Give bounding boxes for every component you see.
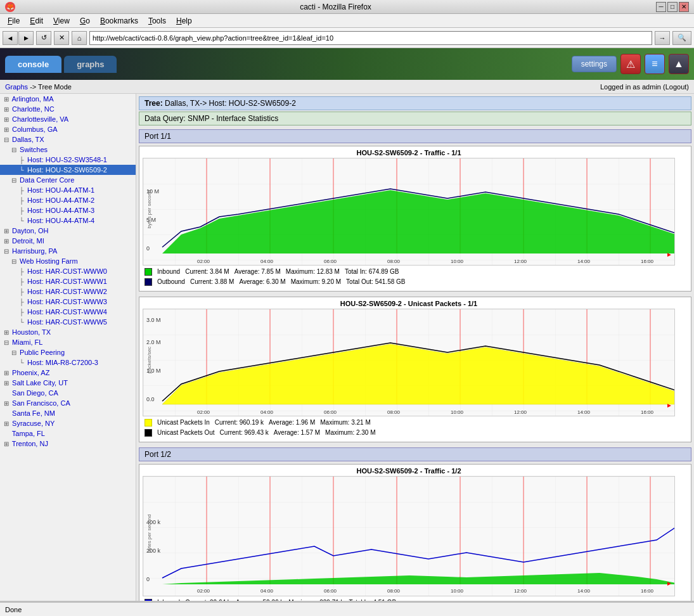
sidebar-item-syracuse[interactable]: ⊞ Syracuse, NY: [0, 418, 136, 428]
reload-button[interactable]: ↺: [36, 31, 51, 45]
sidebar-item-tampa[interactable]: ⊞ Tampa, FL: [0, 428, 136, 439]
sidebar-item-santafe[interactable]: ⊞ Santa Fe, NM: [0, 408, 136, 418]
sidebar-link-phoenix[interactable]: Phoenix, AZ: [12, 369, 49, 376]
url-input[interactable]: [89, 31, 652, 45]
sidebar-link-sw3548[interactable]: Host: HOU-S2-SW3548-1: [27, 156, 107, 164]
menu-view[interactable]: View: [48, 15, 75, 27]
sidebar-link-detroit[interactable]: Detroit, MI: [12, 237, 44, 245]
sidebar-item-atm1[interactable]: ├ Host: HOU-A4-ATM-1: [0, 185, 136, 195]
search-button[interactable]: 🔍: [672, 31, 691, 45]
sidebar-item-www5[interactable]: └ Host: HAR-CUST-WWW5: [0, 317, 136, 327]
menu-go[interactable]: Go: [75, 15, 95, 27]
sidebar-item-switches[interactable]: ⊟ Switches: [0, 144, 136, 155]
sidebar-item-host-sw3548[interactable]: ├ Host: HOU-S2-SW3548-1: [0, 155, 136, 165]
sidebar-link-atm2[interactable]: Host: HOU-A4-ATM-2: [27, 196, 94, 204]
sidebar-item-houston[interactable]: ⊞ Houston, TX: [0, 327, 136, 337]
sidebar-item-datacenter[interactable]: ⊟ Data Center Core: [0, 175, 136, 185]
sidebar-item-charlottesville[interactable]: ⊞ Charlottesville, VA: [0, 114, 136, 124]
chart-icon-button[interactable]: ▲: [669, 54, 689, 74]
sidebar-link-webhostingfarm[interactable]: Web Hosting Farm: [20, 257, 78, 265]
sidebar-link-arlington[interactable]: Arlington, MA: [11, 95, 53, 103]
sidebar-item-sandiego[interactable]: ⊞ San Diego, CA: [0, 388, 136, 398]
menu-file[interactable]: File: [3, 15, 25, 27]
forward-button[interactable]: ▶: [18, 31, 34, 45]
sidebar-link-www2[interactable]: Host: HAR-CUST-WWW2: [27, 288, 107, 295]
go-button[interactable]: →: [655, 31, 670, 45]
sidebar-item-c7200[interactable]: └ Host: MIA-R8-C7200-3: [0, 357, 136, 368]
menu-tools[interactable]: Tools: [143, 15, 171, 27]
sidebar-item-arlington[interactable]: ⊞ Arlington, MA: [0, 94, 136, 104]
back-button[interactable]: ◄: [3, 31, 18, 45]
tab-console[interactable]: console: [5, 56, 61, 73]
sidebar-link-houston[interactable]: Houston, TX: [12, 328, 51, 336]
sidebar-link-dallas[interactable]: Dallas, TX: [12, 136, 44, 143]
breadcrumb-graphs-link[interactable]: Graphs: [5, 83, 28, 91]
sidebar-item-atm4[interactable]: └ Host: HOU-A4-ATM-4: [0, 215, 136, 226]
stop-button[interactable]: ✕: [54, 31, 69, 45]
sidebar-link-www0[interactable]: Host: HAR-CUST-WWW0: [27, 267, 107, 275]
sidebar-link-santafe[interactable]: Santa Fe, NM: [12, 409, 55, 417]
settings-button[interactable]: settings: [572, 56, 617, 72]
list-icon-button[interactable]: ≡: [645, 54, 665, 74]
sidebar-link-publicpeering[interactable]: Public Peering: [20, 349, 65, 356]
tab-graphs[interactable]: graphs: [64, 56, 117, 73]
sidebar-item-miami[interactable]: ⊟ Miami, FL: [0, 337, 136, 347]
home-button[interactable]: ⌂: [72, 31, 87, 45]
legend-current-outbound: Current: 3.88 M: [190, 277, 234, 287]
sidebar-item-saltlake[interactable]: ⊞ Salt Lake City, UT: [0, 378, 136, 388]
sidebar-link-saltlake[interactable]: Salt Lake City, UT: [12, 379, 68, 387]
sidebar-link-atm3[interactable]: Host: HOU-A4-ATM-3: [27, 207, 94, 214]
sidebar-link-www1[interactable]: Host: HAR-CUST-WWW1: [27, 278, 107, 285]
sidebar-link-sandiego[interactable]: San Diego, CA: [12, 389, 58, 397]
sidebar-link-trenton[interactable]: Trenton, NJ: [12, 440, 48, 447]
sidebar-link-www4[interactable]: Host: HAR-CUST-WWW4: [27, 308, 107, 316]
sidebar-item-www4[interactable]: ├ Host: HAR-CUST-WWW4: [0, 307, 136, 317]
sidebar-item-columbus[interactable]: ⊞ Columbus, GA: [0, 124, 136, 134]
tree-icon: ├: [18, 187, 25, 194]
sidebar-link-charlotte[interactable]: Charlotte, NC: [12, 105, 55, 113]
tree-label: Tree:: [145, 99, 163, 108]
menu-help[interactable]: Help: [171, 15, 197, 27]
sidebar-item-www1[interactable]: ├ Host: HAR-CUST-WWW1: [0, 276, 136, 286]
sidebar-link-www5[interactable]: Host: HAR-CUST-WWW5: [27, 318, 107, 326]
sidebar-item-host-sw6509[interactable]: └ Host: HOU-S2-SW6509-2: [0, 165, 136, 175]
sidebar-item-harrisburg[interactable]: ⊟ Harrisburg, PA: [0, 246, 136, 256]
sidebar-link-tampa[interactable]: Tampa, FL: [12, 430, 45, 437]
legend-avg-inbound-12: Average: 52.36 k: [236, 598, 283, 601]
maximize-button[interactable]: □: [667, 2, 678, 12]
sidebar-link-www3[interactable]: Host: HAR-CUST-WWW3: [27, 298, 107, 305]
close-button[interactable]: ✕: [679, 2, 689, 12]
sidebar-link-dayton[interactable]: Dayton, OH: [12, 227, 48, 234]
sidebar-item-www3[interactable]: ├ Host: HAR-CUST-WWW3: [0, 297, 136, 307]
sidebar-link-atm1[interactable]: Host: HOU-A4-ATM-1: [27, 186, 94, 194]
sidebar-item-sanfrancisco[interactable]: ⊞ San Francisco, CA: [0, 398, 136, 408]
sidebar-item-atm3[interactable]: ├ Host: HOU-A4-ATM-3: [0, 205, 136, 215]
sidebar-item-charlotte[interactable]: ⊞ Charlotte, NC: [0, 104, 136, 114]
sidebar-link-sanfrancisco[interactable]: San Francisco, CA: [12, 399, 70, 407]
sidebar-link-atm4[interactable]: Host: HOU-A4-ATM-4: [27, 217, 94, 224]
sidebar-link-charlottesville[interactable]: Charlottesville, VA: [12, 115, 68, 123]
sidebar-link-syracuse[interactable]: Syracuse, NY: [12, 420, 55, 427]
sidebar-item-atm2[interactable]: ├ Host: HOU-A4-ATM-2: [0, 195, 136, 205]
sidebar-link-columbus[interactable]: Columbus, GA: [12, 125, 58, 133]
menu-edit[interactable]: Edit: [25, 15, 48, 27]
sidebar-link-c7200[interactable]: Host: MIA-R8-C7200-3: [27, 359, 98, 366]
sidebar-item-www0[interactable]: ├ Host: HAR-CUST-WWW0: [0, 266, 136, 276]
minimize-button[interactable]: ─: [656, 2, 666, 12]
sidebar-link-harrisburg[interactable]: Harrisburg, PA: [12, 247, 57, 255]
sidebar-item-publicpeering[interactable]: ⊟ Public Peering: [0, 347, 136, 357]
sidebar-item-webhostingfarm[interactable]: ⊟ Web Hosting Farm: [0, 256, 136, 266]
sidebar-item-dallas[interactable]: ⊟ Dallas, TX: [0, 134, 136, 144]
sidebar-link-miami[interactable]: Miami, FL: [12, 338, 42, 346]
addressbar: ◄ ▶ ↺ ✕ ⌂ → 🔍: [0, 28, 694, 48]
sidebar-link-sw6509[interactable]: Host: HOU-S2-SW6509-2: [27, 166, 107, 174]
sidebar-item-trenton[interactable]: ⊞ Trenton, NJ: [0, 439, 136, 449]
sidebar-item-dayton[interactable]: ⊞ Dayton, OH: [0, 226, 136, 236]
menu-bookmarks[interactable]: Bookmarks: [95, 15, 143, 27]
sidebar-item-www2[interactable]: ├ Host: HAR-CUST-WWW2: [0, 286, 136, 297]
sidebar-link-switches[interactable]: Switches: [20, 146, 48, 153]
sidebar-item-detroit[interactable]: ⊞ Detroit, MI: [0, 236, 136, 246]
sidebar-link-datacenter[interactable]: Data Center Core: [20, 176, 74, 184]
alert-icon-button[interactable]: ⚠: [620, 54, 641, 74]
sidebar-item-phoenix[interactable]: ⊞ Phoenix, AZ: [0, 368, 136, 378]
